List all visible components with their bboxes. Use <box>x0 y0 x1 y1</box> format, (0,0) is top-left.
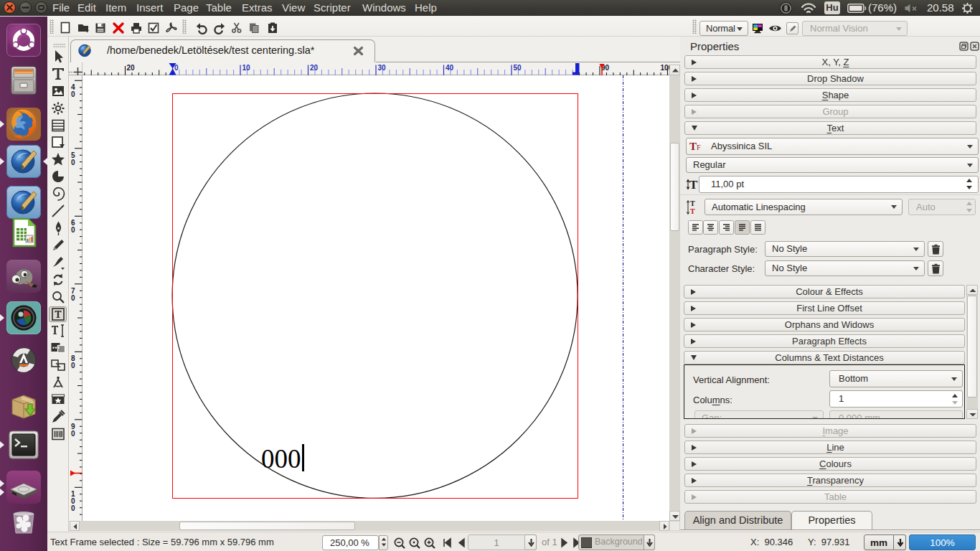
svg-text:40: 40 <box>446 64 454 72</box>
svg-text:T: T <box>690 207 695 215</box>
svg-text:0: 0 <box>71 430 75 438</box>
svg-text:T: T <box>690 199 695 207</box>
svg-text:0: 0 <box>71 159 75 166</box>
svg-text:0: 0 <box>71 294 75 302</box>
svg-text:20: 20 <box>127 64 136 72</box>
svg-text:0: 0 <box>71 504 75 512</box>
svg-text:T: T <box>689 141 697 152</box>
svg-text:100: 100 <box>661 64 670 72</box>
svg-text:0: 0 <box>71 362 75 369</box>
svg-text:10: 10 <box>242 64 251 72</box>
svg-text:T: T <box>689 178 698 192</box>
svg-text:50: 50 <box>514 64 522 72</box>
svg-text:20: 20 <box>310 64 319 72</box>
svg-text:0: 0 <box>174 64 179 72</box>
svg-text:0: 0 <box>71 226 75 234</box>
svg-text:0: 0 <box>71 90 75 98</box>
svg-text:F: F <box>697 143 701 151</box>
svg-text:30: 30 <box>378 64 387 72</box>
